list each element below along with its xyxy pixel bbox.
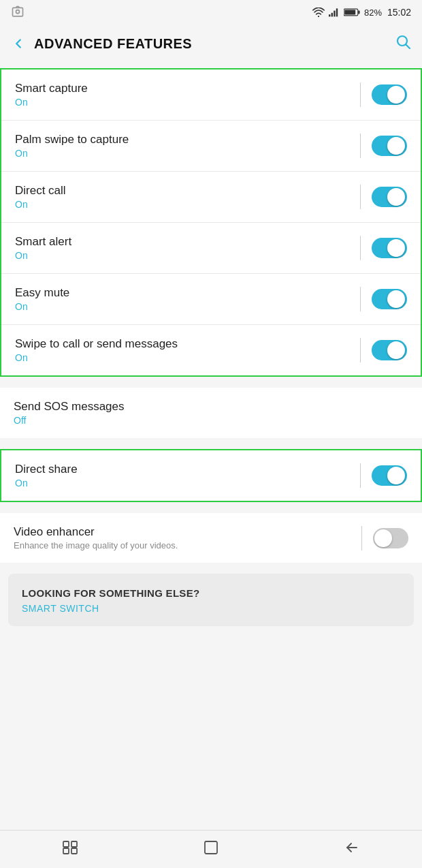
palm-swipe-label: Palm swipe to capture xyxy=(15,133,352,146)
smart-capture-text: Smart capture On xyxy=(15,82,352,108)
svg-rect-8 xyxy=(358,11,359,14)
direct-call-status: On xyxy=(15,199,352,210)
highlighted-group-1: Smart capture On Palm swipe to capture O… xyxy=(0,68,422,377)
swipe-call-toggle[interactable] xyxy=(372,340,407,360)
video-enhancer-label: Video enhancer xyxy=(14,525,353,539)
svg-point-2 xyxy=(318,16,319,17)
direct-share-row[interactable]: Direct share On xyxy=(1,450,421,501)
svg-line-11 xyxy=(406,45,410,49)
easy-mute-row[interactable]: Easy mute On xyxy=(1,274,421,325)
smart-capture-label: Smart capture xyxy=(15,82,352,95)
toggle-knob xyxy=(387,290,405,308)
section-gap-4 xyxy=(0,563,422,568)
send-sos-row[interactable]: Send SOS messages Off xyxy=(0,388,422,438)
divider xyxy=(360,82,361,107)
swipe-call-row[interactable]: Swipe to call or send messages On xyxy=(1,325,421,375)
smart-alert-status: On xyxy=(15,250,352,261)
status-right: 82% 15:02 xyxy=(312,7,411,18)
promo-card[interactable]: LOOKING FOR SOMETHING ELSE? SMART SWITCH xyxy=(8,574,414,626)
divider xyxy=(360,185,361,209)
toggle-knob xyxy=(387,467,405,484)
smart-alert-label: Smart alert xyxy=(15,235,352,249)
search-button[interactable] xyxy=(395,33,411,54)
swipe-call-status: On xyxy=(15,352,352,363)
smart-alert-row[interactable]: Smart alert On xyxy=(1,223,421,274)
page-title: ADVANCED FEATURES xyxy=(34,36,387,52)
video-enhancer-row[interactable]: Video enhancer Enhance the image quality… xyxy=(0,513,422,563)
back-button[interactable] xyxy=(11,36,26,51)
section-gap-2 xyxy=(0,438,422,444)
send-sos-text: Send SOS messages Off xyxy=(14,400,408,426)
divider xyxy=(360,463,361,488)
palm-swipe-status: On xyxy=(15,148,352,159)
direct-share-label: Direct share xyxy=(15,463,352,476)
recent-apps-button[interactable] xyxy=(62,839,78,860)
status-bar: 82% 15:02 xyxy=(0,0,422,25)
divider xyxy=(360,287,361,311)
time-display: 15:02 xyxy=(387,7,411,18)
easy-mute-text: Easy mute On xyxy=(15,286,352,312)
smart-alert-text: Smart alert On xyxy=(15,235,352,261)
smart-capture-row[interactable]: Smart capture On xyxy=(1,69,421,121)
svg-rect-4 xyxy=(331,13,333,17)
bottom-nav xyxy=(0,830,422,868)
signal-icon xyxy=(329,7,340,17)
video-enhancer-section: Video enhancer Enhance the image quality… xyxy=(0,513,422,563)
direct-share-toggle[interactable] xyxy=(372,465,407,486)
toggle-knob xyxy=(374,529,392,547)
direct-call-row[interactable]: Direct call On xyxy=(1,172,421,223)
status-left xyxy=(11,5,25,19)
direct-share-text: Direct share On xyxy=(15,463,352,489)
toggle-knob xyxy=(387,188,405,206)
svg-rect-14 xyxy=(63,841,69,847)
svg-point-1 xyxy=(16,10,20,14)
toggle-knob xyxy=(387,341,405,359)
content-area: Smart capture On Palm swipe to capture O… xyxy=(0,68,422,675)
promo-title: LOOKING FOR SOMETHING ELSE? xyxy=(22,587,400,599)
toggle-knob xyxy=(387,239,405,257)
easy-mute-status: On xyxy=(15,301,352,312)
swipe-call-text: Swipe to call or send messages On xyxy=(15,337,352,363)
svg-rect-12 xyxy=(63,848,69,854)
divider xyxy=(361,526,362,551)
home-button[interactable] xyxy=(203,839,219,860)
swipe-call-label: Swipe to call or send messages xyxy=(15,337,352,351)
top-bar: ADVANCED FEATURES xyxy=(0,25,422,63)
video-enhancer-toggle[interactable] xyxy=(373,528,408,548)
send-sos-label: Send SOS messages xyxy=(14,400,408,414)
back-button-nav[interactable] xyxy=(344,839,360,860)
promo-link[interactable]: SMART SWITCH xyxy=(22,603,400,614)
photo-icon xyxy=(11,5,25,19)
highlighted-group-2: Direct share On xyxy=(0,449,422,502)
svg-rect-15 xyxy=(71,841,77,847)
smart-capture-toggle[interactable] xyxy=(372,84,407,105)
battery-icon xyxy=(344,7,360,17)
palm-swipe-row[interactable]: Palm swipe to capture On xyxy=(1,121,421,172)
svg-rect-9 xyxy=(344,10,355,14)
send-sos-status: Off xyxy=(14,415,408,426)
svg-rect-13 xyxy=(71,848,77,854)
divider xyxy=(360,338,361,362)
smart-alert-toggle[interactable] xyxy=(372,238,407,258)
toggle-knob xyxy=(387,86,405,104)
svg-rect-3 xyxy=(329,14,330,16)
section-gap-1 xyxy=(0,382,422,388)
smart-capture-status: On xyxy=(15,97,352,108)
palm-swipe-text: Palm swipe to capture On xyxy=(15,133,352,159)
palm-swipe-toggle[interactable] xyxy=(372,136,407,156)
divider xyxy=(360,134,361,158)
video-enhancer-desc: Enhance the image quality of your videos… xyxy=(14,540,353,551)
easy-mute-toggle[interactable] xyxy=(372,289,407,309)
direct-call-toggle[interactable] xyxy=(372,187,407,207)
direct-share-status: On xyxy=(15,478,352,489)
section-gap-3 xyxy=(0,508,422,513)
svg-rect-5 xyxy=(334,11,335,17)
easy-mute-label: Easy mute xyxy=(15,286,352,300)
sos-section: Send SOS messages Off xyxy=(0,388,422,438)
toggle-knob xyxy=(387,137,405,155)
direct-call-label: Direct call xyxy=(15,184,352,198)
svg-rect-16 xyxy=(205,841,217,854)
svg-rect-0 xyxy=(13,7,23,16)
video-enhancer-text: Video enhancer Enhance the image quality… xyxy=(14,525,353,551)
wifi-icon xyxy=(312,7,325,17)
